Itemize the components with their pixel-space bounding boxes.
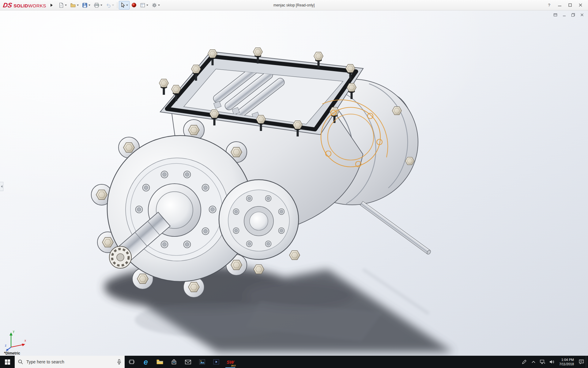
open-dropdown-caret-icon[interactable] [77, 5, 79, 6]
start-button[interactable] [0, 356, 15, 368]
doc-minimize-icon [562, 13, 566, 17]
open-folder-icon [70, 2, 76, 8]
minimize-icon [558, 3, 561, 7]
tray-show-hidden-icons-button[interactable] [529, 356, 538, 368]
solidworks-app-icon: SW 2017 [225, 357, 235, 366]
doc-maximize-button[interactable] [570, 12, 576, 17]
task-view-button[interactable] [125, 356, 139, 368]
sw-icon-text: SW [227, 360, 234, 364]
mail-icon [185, 360, 191, 364]
model-output-shaft [360, 201, 432, 255]
task-view-icon [129, 359, 134, 365]
doc-maximize-icon [571, 13, 575, 17]
new-document-icon [58, 2, 64, 8]
undo-icon [106, 2, 111, 8]
taskbar-clock[interactable]: 1:04 PM 7/11/2018 [556, 356, 577, 368]
microphone-icon[interactable] [117, 359, 121, 365]
edge-icon: e [144, 358, 148, 366]
tray-pen-button[interactable] [520, 356, 529, 368]
chevron-up-icon [532, 361, 535, 363]
windows-logo-icon [5, 359, 10, 365]
options-gear-icon [152, 2, 157, 8]
toolbar-separator [117, 2, 117, 8]
store-icon [171, 359, 177, 365]
help-icon: ? [548, 3, 550, 7]
search-icon [18, 359, 23, 364]
save-floppy-icon [82, 2, 88, 8]
new-document-button[interactable] [57, 1, 68, 10]
close-button[interactable] [575, 0, 586, 10]
show-desktop-button[interactable] [586, 356, 588, 368]
print-document-button[interactable] [92, 1, 104, 10]
taskbar-store-button[interactable] [167, 356, 181, 368]
doc-minimize-button[interactable] [561, 12, 567, 17]
network-icon [540, 360, 545, 364]
featuremanager-collapse-tab[interactable] [0, 182, 3, 191]
speaker-icon [549, 360, 554, 364]
window-controls: ? [544, 0, 586, 10]
taskbar-mail-button[interactable] [181, 356, 195, 368]
pen-icon [522, 360, 526, 364]
windows-taskbar: e SW [0, 356, 588, 368]
menu-flyout-arrow-icon[interactable] [51, 4, 53, 7]
minimize-button[interactable] [554, 0, 565, 10]
maximize-button[interactable] [565, 0, 575, 10]
options-dropdown-caret-icon[interactable] [158, 5, 160, 6]
undo-button[interactable] [104, 1, 115, 10]
system-tray: 1:04 PM 7/11/2018 [520, 356, 588, 368]
brand-text-solid: SOLID [13, 3, 28, 8]
solidworks-logo: DS SOLIDWORKS [0, 2, 48, 9]
select-dropdown-caret-icon[interactable] [126, 5, 128, 6]
quick-access-toolbar [57, 0, 161, 10]
tray-volume-button[interactable] [547, 356, 556, 368]
appearance-button[interactable] [130, 1, 138, 10]
reference-triad: y x z [5, 328, 29, 351]
drawing-sheet-button[interactable] [138, 1, 150, 10]
close-icon [579, 3, 582, 7]
movies-icon [213, 359, 219, 365]
taskbar-edge-button[interactable]: e [139, 356, 153, 368]
doc-restore-window-button[interactable] [552, 12, 558, 17]
search-input[interactable] [26, 359, 114, 365]
sw-icon-year: 2017 [231, 365, 236, 367]
clock-date: 7/11/2018 [559, 362, 574, 366]
taskbar-photos-button[interactable] [195, 356, 209, 368]
help-button[interactable]: ? [544, 0, 554, 10]
window-title: menjac sklop [Read-only] [273, 0, 315, 10]
taskbar-explorer-button[interactable] [153, 356, 167, 368]
model-canvas[interactable] [0, 10, 588, 356]
graphics-viewport[interactable]: y x z *Dimetric [0, 10, 588, 356]
tray-network-button[interactable] [538, 356, 547, 368]
brand-text-works: WORKS [28, 3, 46, 8]
action-center-button[interactable] [577, 356, 586, 368]
document-window-controls [552, 12, 585, 17]
triad-y-label: y [13, 330, 14, 333]
doc-window-icon [553, 13, 557, 17]
open-document-button[interactable] [69, 1, 80, 10]
collapse-arrow-icon [1, 185, 2, 188]
drawing-sheet-icon [140, 2, 145, 8]
save-document-button[interactable] [81, 1, 92, 10]
save-dropdown-caret-icon[interactable] [89, 5, 90, 6]
ds-logo-icon: DS [2, 2, 13, 9]
taskbar-solidworks-button[interactable]: SW 2017 [223, 356, 237, 368]
maximize-icon [568, 3, 572, 7]
sheet-dropdown-caret-icon[interactable] [146, 5, 148, 6]
undo-dropdown-caret-icon [112, 5, 114, 6]
printer-icon [94, 2, 100, 8]
triad-x-label: x [24, 339, 26, 342]
model-shadow [104, 266, 453, 352]
titlebar: DS SOLIDWORKS [0, 0, 588, 10]
select-cursor-icon [120, 2, 125, 8]
print-dropdown-caret-icon[interactable] [100, 5, 102, 6]
doc-close-button[interactable] [579, 12, 585, 17]
appearance-sphere-icon [131, 2, 137, 8]
clock-time: 1:04 PM [561, 358, 574, 362]
options-button[interactable] [150, 1, 161, 10]
new-dropdown-caret-icon[interactable] [65, 5, 67, 6]
taskbar-movies-button[interactable] [209, 356, 223, 368]
taskbar-search-box[interactable] [15, 356, 125, 368]
file-explorer-icon [156, 359, 163, 365]
select-tool-button[interactable] [119, 1, 130, 10]
action-center-icon [579, 359, 584, 364]
